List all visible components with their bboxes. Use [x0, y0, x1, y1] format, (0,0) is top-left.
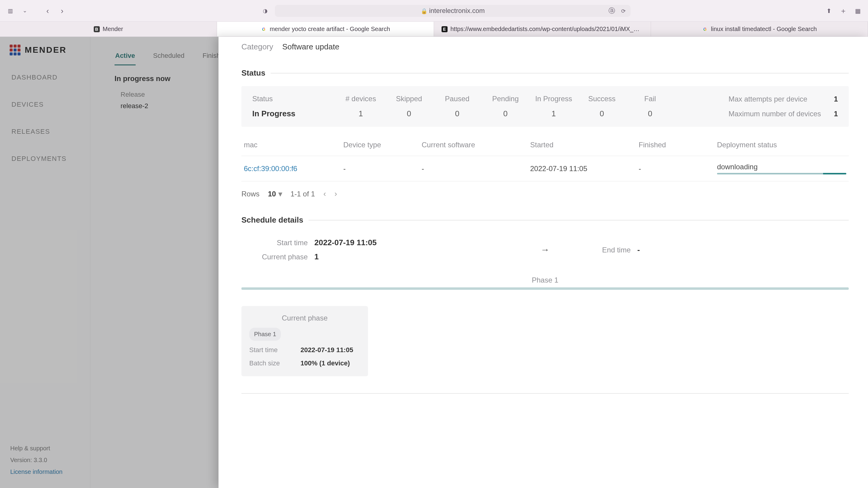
sidebar: MENDER DASHBOARD DEVICES RELEASES DEPLOY… — [0, 37, 90, 488]
forward-button[interactable] — [57, 6, 67, 16]
current-phase-value: 1 — [314, 252, 318, 261]
schedule-right: End time - — [564, 243, 849, 257]
address-domain: interelectronix.com — [429, 7, 485, 15]
deployment-detail-overlay: Category Software update Status Status #… — [218, 37, 868, 488]
new-tab-button[interactable] — [838, 6, 848, 16]
status-right: Max attempts per device 1 Maximum number… — [728, 95, 838, 119]
col-pending: Pending — [481, 95, 530, 103]
browser-tab-0[interactable]: B Mender — [0, 22, 217, 36]
tab-active[interactable]: Active — [115, 49, 135, 65]
favicon-b-icon: B — [94, 26, 100, 32]
max-attempts-value: 1 — [821, 95, 838, 103]
category-value: Software update — [282, 42, 339, 52]
bottom-separator — [241, 393, 849, 394]
chevron-left-icon — [46, 7, 49, 15]
favicon-g-icon — [261, 26, 267, 32]
th-current-sw: Current software — [422, 141, 530, 149]
browser-tab-2[interactable]: E https://www.embeddedartists.com/wp-con… — [434, 22, 651, 36]
sidebar-item-dashboard[interactable]: DASHBOARD — [0, 64, 90, 91]
sidebar-item-deployments[interactable]: DEPLOYMENTS — [0, 145, 90, 172]
rows-label: Rows — [241, 190, 259, 198]
share-button[interactable] — [824, 6, 834, 16]
status-panel: Status # devices Skipped Paused Pending … — [241, 86, 849, 127]
browser-toolbar: interelectronix.com ⓐ — [0, 0, 868, 22]
max-devices-value: 1 — [821, 110, 838, 118]
phase-card: Current phase Phase 1 Start time 2022-07… — [241, 306, 368, 376]
privacy-report-icon[interactable] — [260, 6, 270, 16]
lock-icon — [421, 7, 429, 15]
status-section-title: Status — [241, 68, 849, 78]
num-devices: 1 — [337, 109, 385, 119]
cell-current-sw: - — [422, 164, 530, 173]
rows-dropdown[interactable]: 10 — [268, 190, 282, 198]
chevron-down-icon — [278, 190, 282, 198]
page-next-button[interactable] — [335, 189, 337, 198]
phase-bar: Phase 1 — [241, 276, 849, 290]
favicon-e-icon: E — [441, 26, 447, 32]
num-skipped: 0 — [385, 109, 433, 119]
start-time-label: Start time — [241, 238, 308, 247]
phase-bar-track — [241, 287, 849, 290]
schedule-title-text: Schedule details — [241, 216, 303, 225]
chevron-right-icon — [61, 7, 64, 15]
end-time-label: End time — [564, 246, 631, 254]
browser-tab-1[interactable]: mender yocto create artifact - Google Se… — [217, 22, 434, 36]
status-label: Status — [252, 95, 337, 103]
back-button[interactable] — [43, 6, 53, 16]
th-finished: Finished — [639, 141, 717, 149]
browser-tabstrip: B Mender mender yocto create artifact - … — [0, 22, 868, 37]
deployment-status-text: downloading — [717, 163, 846, 171]
pager: Rows 10 1-1 of 1 — [241, 181, 849, 198]
help-support-link[interactable]: Help & support — [10, 443, 80, 454]
num-success: 0 — [578, 109, 626, 119]
schedule-grid: Start time 2022-07-19 11:05 Current phas… — [241, 235, 849, 264]
progress-bar — [717, 173, 846, 174]
num-paused: 0 — [433, 109, 481, 119]
end-time-value: - — [638, 245, 640, 255]
phase-card-title: Current phase — [249, 314, 360, 322]
devices-table: mac Device type Current software Started… — [241, 134, 849, 181]
chevron-down-icon[interactable] — [20, 6, 30, 16]
th-mac: mac — [244, 141, 343, 149]
col-fail: Fail — [626, 95, 674, 103]
translate-icon[interactable]: ⓐ — [607, 6, 617, 16]
browser-tab-3[interactable]: linux install timedatectl - Google Searc… — [651, 22, 868, 36]
phase-start-time-label: Start time — [249, 346, 298, 354]
max-attempts-label: Max attempts per device — [728, 95, 821, 103]
num-fail: 0 — [626, 109, 674, 119]
cell-started: 2022-07-19 11:05 — [530, 164, 639, 173]
brand: MENDER — [0, 44, 90, 64]
brand-name: MENDER — [25, 45, 67, 55]
mac-link[interactable]: 6c:cf:39:00:00:f6 — [244, 164, 297, 173]
schedule-left: Start time 2022-07-19 11:05 Current phas… — [241, 235, 526, 264]
license-link[interactable]: License information — [10, 466, 80, 478]
sidebar-item-releases[interactable]: RELEASES — [0, 118, 90, 145]
start-time-value: 2022-07-19 11:05 — [314, 238, 377, 247]
col-success: Success — [578, 95, 626, 103]
phase-bar-label: Phase 1 — [532, 276, 558, 284]
sidebar-toggle-icon[interactable] — [5, 6, 15, 16]
th-status: Deployment status — [717, 141, 846, 149]
col-inprogress: In Progress — [530, 95, 578, 103]
address-bar-wrap: interelectronix.com ⓐ — [275, 5, 630, 17]
num-pending: 0 — [481, 109, 530, 119]
reload-button[interactable] — [618, 6, 628, 16]
cell-finished: - — [639, 164, 717, 173]
tab-scheduled[interactable]: Scheduled — [153, 49, 185, 65]
address-bar[interactable]: interelectronix.com ⓐ — [275, 5, 630, 17]
table-header: mac Device type Current software Started… — [241, 134, 849, 156]
tab-overview-button[interactable] — [853, 6, 863, 16]
table-row[interactable]: 6c:cf:39:00:00:f6 - - 2022-07-19 11:05 -… — [241, 156, 849, 181]
th-started: Started — [530, 141, 639, 149]
phase-start-time-value: 2022-07-19 11:05 — [301, 346, 360, 354]
current-phase-label: Current phase — [241, 253, 308, 261]
max-devices-label: Maximum number of devices — [728, 110, 821, 118]
status-value: In Progress — [252, 109, 337, 119]
arrow-right-icon — [533, 245, 557, 255]
category-row: Category Software update — [241, 42, 849, 52]
cell-mac: 6c:cf:39:00:00:f6 — [244, 164, 343, 173]
schedule-section-title: Schedule details — [241, 216, 849, 225]
sidebar-item-devices[interactable]: DEVICES — [0, 91, 90, 118]
th-device-type: Device type — [343, 141, 422, 149]
page-prev-button[interactable] — [323, 189, 326, 198]
